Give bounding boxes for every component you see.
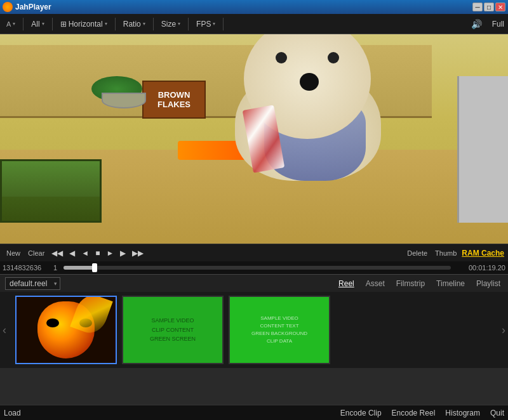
playback-controls: New Clear ◀◀ ◀ ◄ ■ ► ▶ ▶▶ Delete Thumb R…: [0, 244, 508, 261]
tab-filmstrip[interactable]: Filmstrip: [394, 278, 427, 289]
sep3: [115, 18, 116, 30]
close-button[interactable]: ✕: [495, 3, 505, 11]
dog-eye-right: [328, 52, 339, 63]
next-fast-button[interactable]: ▶▶: [130, 249, 145, 258]
tab-reel[interactable]: Reel: [336, 278, 357, 289]
veg-greens: [2, 161, 100, 197]
reel-tabs: Reel Asset Filmstrip Timeline Playlist: [336, 278, 503, 289]
sign-line1: BROWN: [158, 90, 190, 100]
sep4: [153, 18, 154, 30]
title-controls: ─ □ ✕: [472, 3, 505, 11]
stop-button[interactable]: ■: [93, 249, 102, 258]
ratio-selector[interactable]: Ratio ▾: [121, 18, 148, 30]
all-selector[interactable]: All ▾: [29, 18, 46, 30]
thumb-button[interactable]: Thumb: [432, 249, 459, 258]
thumbnail-1[interactable]: [15, 296, 117, 364]
dog-eye-left: [276, 52, 287, 63]
thumb1-bg: [17, 297, 116, 363]
sep2: [52, 18, 53, 30]
all-arrow: ▾: [42, 21, 44, 27]
thumb3-bg: SAMPLE VIDEOCONTENT TEXTGREEN BACKGROUND…: [230, 297, 329, 363]
sep1: [23, 18, 23, 30]
timecode-left: 1314832636: [3, 264, 53, 272]
tab-timeline[interactable]: Timeline: [434, 278, 467, 289]
progress-thumb[interactable]: [92, 263, 97, 272]
title-bar: JahPlayer ─ □ ✕: [0, 0, 508, 14]
fullscreen-button[interactable]: Full: [492, 20, 504, 29]
video-area: BROWN FLAKES: [0, 34, 508, 244]
stove: [457, 76, 508, 223]
title-left: JahPlayer: [3, 2, 51, 12]
track-selector[interactable]: A ▾: [4, 19, 18, 29]
thumbnail-2[interactable]: SAMPLE VIDEOCLIP CONTENTGREEN SCREEN: [122, 296, 224, 364]
clear-button[interactable]: Clear: [25, 249, 47, 258]
reel-dropdown-arrow: ▾: [54, 280, 57, 287]
bottom-bar: Load Encode Clip Encode Reel Histogram Q…: [0, 405, 508, 420]
prev-fast-button[interactable]: ◀◀: [50, 249, 65, 258]
step-fwd-button[interactable]: ►: [104, 249, 116, 258]
sign-line2: FLAKES: [157, 100, 190, 109]
mask-container: [37, 301, 95, 358]
new-button[interactable]: New: [4, 249, 23, 258]
step-back-button[interactable]: ◄: [79, 249, 91, 258]
minimize-button[interactable]: ─: [472, 3, 483, 11]
size-selector[interactable]: Size ▾: [159, 18, 183, 30]
thumb-nav-left[interactable]: ‹: [3, 324, 6, 337]
marker-value: 1: [53, 264, 57, 272]
sep6: [223, 18, 224, 30]
thumb2-text: SAMPLE VIDEOCLIP CONTENTGREEN SCREEN: [150, 316, 196, 343]
dog-nose: [300, 73, 319, 91]
reel-header: default.reel ▾ Reel Asset Filmstrip Time…: [0, 274, 508, 292]
thumb-nav-right[interactable]: ›: [502, 324, 505, 337]
maximize-button[interactable]: □: [484, 3, 494, 11]
reel-dropdown[interactable]: default.reel ▾: [5, 277, 60, 290]
encode-reel-button[interactable]: Encode Reel: [392, 409, 436, 417]
product-sign: BROWN FLAKES: [142, 81, 206, 119]
thumbnail-3[interactable]: SAMPLE VIDEOCONTENT TEXTGREEN BACKGROUND…: [229, 296, 330, 364]
layout-icon: ⊞: [60, 20, 67, 29]
load-button[interactable]: Load: [4, 409, 21, 417]
progress-fill: [64, 266, 95, 270]
histogram-button[interactable]: Histogram: [445, 409, 480, 417]
prev-button[interactable]: ◀: [67, 249, 77, 258]
progress-track[interactable]: [64, 266, 451, 270]
delete-button[interactable]: Delete: [404, 249, 430, 258]
timecode-right: 00:01:19.20: [455, 264, 505, 272]
thumb3-text: SAMPLE VIDEOCONTENT TEXTGREEN BACKGROUND…: [251, 315, 307, 345]
fps-selector[interactable]: FPS ▾: [194, 18, 218, 30]
layout-selector[interactable]: ⊞ Horizontal ▾: [58, 18, 110, 30]
app-icon: [3, 2, 13, 12]
encode-clip-button[interactable]: Encode Clip: [340, 409, 382, 417]
mask-eye-left: [46, 318, 59, 327]
horizontal-arrow: ▾: [105, 21, 107, 27]
size-arrow: ▾: [178, 21, 180, 27]
volume-icon[interactable]: 🔊: [471, 19, 482, 29]
size-label: Size: [161, 20, 176, 29]
veg-basket: [0, 159, 102, 223]
horizontal-label: Horizontal: [69, 20, 103, 29]
tab-playlist[interactable]: Playlist: [474, 278, 503, 289]
fps-label: FPS: [196, 20, 211, 29]
next-button[interactable]: ▶: [118, 249, 128, 258]
app-title: JahPlayer: [15, 3, 51, 11]
video-canvas: BROWN FLAKES: [0, 34, 508, 244]
track-label: A: [6, 20, 11, 28]
sep5: [188, 18, 189, 30]
track-arrow: ▾: [13, 21, 15, 27]
timeline-bar: 1314832636 1 00:01:19.20: [0, 261, 508, 274]
tab-asset[interactable]: Asset: [363, 278, 387, 289]
quit-button[interactable]: Quit: [490, 409, 504, 417]
ratio-label: Ratio: [123, 20, 141, 29]
fps-arrow: ▾: [213, 21, 215, 27]
all-label: All: [31, 20, 39, 29]
thumb2-bg: SAMPLE VIDEOCLIP CONTENTGREEN SCREEN: [123, 297, 222, 363]
ram-cache-button[interactable]: RAM Cache: [462, 249, 504, 258]
thumbnail-strip: ‹ SAMPLE VIDEOCLIP CONTENTGREEN SCREEN: [0, 292, 508, 368]
reel-dropdown-value: default.reel: [10, 279, 47, 288]
toolbar: A ▾ All ▾ ⊞ Horizontal ▾ Ratio ▾ Size ▾ …: [0, 14, 508, 34]
ratio-arrow: ▾: [143, 21, 145, 27]
